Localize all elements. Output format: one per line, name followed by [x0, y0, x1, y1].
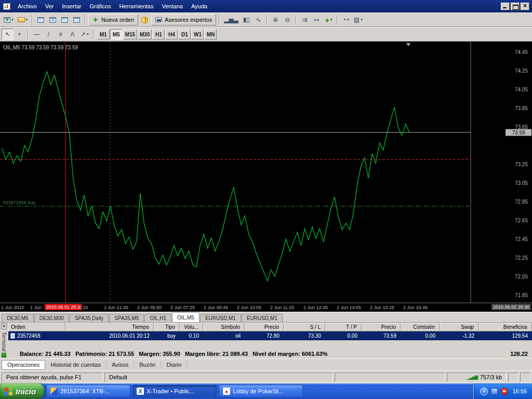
chart-area[interactable]: OIL,M5 73.59 73.59 73.59 73.59 #23572458…	[0, 42, 532, 312]
candlestick-chart-icon: ▮▯	[243, 17, 250, 23]
status-profile[interactable]: Default	[104, 373, 333, 382]
menu-ventana[interactable]: Ventana	[158, 1, 187, 11]
trendline-button[interactable]: /	[43, 29, 55, 40]
terminal-tab-buzon[interactable]: Buzón	[134, 361, 161, 369]
profiles-button[interactable]: ▾	[16, 14, 30, 25]
timeframe-h4-button[interactable]: H4	[165, 29, 178, 39]
new-order-button[interactable]: Nueva orden	[88, 14, 138, 25]
menu-ver[interactable]: Ver	[41, 1, 58, 11]
chart-tab-spa35m5[interactable]: SPA35,M5	[109, 314, 144, 322]
column-header-precio[interactable]: Precio	[245, 323, 284, 331]
column-header-tiempo[interactable]: Tiempo	[65, 323, 154, 331]
fibonacci-button[interactable]: ≡	[55, 29, 66, 40]
column-header-s-l[interactable]: S / L	[284, 323, 325, 331]
chart-shift-button[interactable]: ↦	[311, 14, 323, 25]
timeframe-m1-button[interactable]: M1	[97, 29, 110, 39]
timeframe-m30-button[interactable]: M30	[138, 29, 152, 39]
market-watch-button[interactable]	[35, 14, 47, 25]
timeframe-m5-button[interactable]: M5	[110, 29, 123, 39]
chart-tab-oilm5[interactable]: OIL,M5	[172, 312, 200, 322]
task-button-3[interactable]: ♠Lobby de PokerSt...	[219, 385, 303, 397]
tray-chevron-icon[interactable]	[480, 388, 488, 395]
column-header-volu[interactable]: Volu...	[180, 323, 203, 331]
new-chart-button[interactable]: ▾	[2, 14, 16, 25]
close-button[interactable]	[521, 3, 529, 10]
zoom-out-button[interactable]: ⊖	[282, 14, 294, 25]
column-header-t-p[interactable]: T / P	[325, 323, 362, 331]
time-axis-label: 2 Jun 05:50	[137, 305, 162, 310]
price-axis[interactable]: 74.4574.2574.0573.8573.6573.2573.0572.85…	[472, 42, 532, 303]
orders-table-empty	[8, 340, 532, 349]
price-axis-label: 72.65	[515, 218, 528, 223]
terminal-toggle-button[interactable]	[71, 14, 83, 25]
expert-advisors-button[interactable]: Asesores expertos	[151, 14, 216, 25]
candlestick-chart-button[interactable]: ▮▯	[241, 14, 252, 25]
column-header-comision[interactable]: Comisión	[401, 323, 440, 331]
chart-tab-de30m30[interactable]: DE30,M30	[34, 314, 69, 322]
auto-scroll-button[interactable]: ⇉	[299, 14, 311, 25]
column-header-simbolo[interactable]: Símbolo	[203, 323, 245, 331]
terminal-tab-diario[interactable]: Diario	[161, 361, 187, 369]
column-header-beneficios[interactable]: Beneficios	[478, 323, 532, 331]
start-button[interactable]: Inicio	[0, 383, 44, 399]
menu-graficos[interactable]: Gráficos	[86, 1, 115, 11]
time-axis-label: 2 Jun 11:25	[270, 305, 294, 310]
terminal-tab-operaciones[interactable]: Operaciones	[2, 360, 45, 370]
order-value: 129.54	[512, 333, 528, 339]
periods-button[interactable]: ◔▾	[340, 14, 352, 25]
chart-tab-de30m5[interactable]: DE30,M5	[2, 314, 34, 322]
column-header-orden[interactable]: Orden	[8, 323, 65, 331]
price-axis-label: 72.85	[515, 199, 528, 205]
navigator-button[interactable]	[59, 14, 71, 25]
column-header-tipo[interactable]: Tipo	[154, 323, 180, 331]
chart-tab-eurusdm1[interactable]: EURUSD,M1	[242, 314, 283, 322]
task-button-2[interactable]: XX-Trader • Public...	[132, 385, 217, 397]
orders-table-header[interactable]: OrdenTiempoTipoVolu...SímboloPrecioS / L…	[8, 323, 532, 331]
menu-insertar[interactable]: Insertar	[58, 1, 85, 11]
window-controls	[501, 3, 530, 10]
bar-chart-button[interactable]: ▂▅▃	[222, 14, 241, 25]
cursor-button[interactable]: ↖	[2, 29, 14, 40]
terminal-tab-avisos[interactable]: Avisos	[107, 361, 134, 369]
task-button-1[interactable]: 281537364: XTB-...	[46, 385, 130, 397]
terminal-close-icon[interactable]	[1, 324, 7, 329]
tray-app-icon[interactable]	[491, 388, 498, 395]
toolbar-separator	[267, 15, 268, 25]
profiles-caret-icon: ▾	[26, 18, 28, 22]
indicators-button[interactable]: +▾	[323, 14, 335, 25]
antivirus-tray-icon[interactable]	[501, 388, 508, 395]
timeframe-w1-button[interactable]: W1	[191, 29, 204, 39]
arrows-button[interactable]: ↗▾	[78, 29, 91, 40]
timeframe-mn-button[interactable]: MN	[204, 29, 217, 39]
horizontal-line-button[interactable]: —	[31, 29, 43, 40]
order-row[interactable]: 235724582010.06.01 20:12buy0.10oil72.807…	[8, 331, 532, 340]
crosshair-icon: +	[18, 31, 21, 37]
column-header-precio[interactable]: Precio	[362, 323, 401, 331]
templates-button[interactable]: ▨▾	[352, 14, 365, 25]
chart-tab-oilh1[interactable]: OIL,H1	[144, 314, 171, 322]
line-chart-button[interactable]: ∿	[252, 14, 264, 25]
minimize-button[interactable]	[501, 3, 510, 10]
experts-enable-button[interactable]	[139, 14, 151, 25]
zoom-in-button[interactable]: ⊕	[270, 14, 282, 25]
data-window-button[interactable]	[47, 14, 59, 25]
current-price-box: 73.59	[506, 129, 531, 136]
connection-status-icon	[2, 353, 6, 357]
chart-tab-eurusdm1[interactable]: EURUSD,M1	[200, 314, 241, 322]
chart-tab-spa35daily[interactable]: SPA35,Daily	[70, 314, 109, 322]
menu-archivo[interactable]: Archivo	[14, 1, 41, 11]
timeframe-d1-button[interactable]: D1	[178, 29, 191, 39]
terminal-tab-historial-de-cuentas[interactable]: Historial de cuentas	[45, 361, 107, 369]
terminal-side-label: Terminal	[1, 332, 7, 352]
column-header-swap[interactable]: Swap	[440, 323, 478, 331]
time-axis-label: 0:25	[79, 305, 88, 310]
time-axis[interactable]: 2010.06.01 20:1 2010.06.02 20:30 1 Jun 2…	[0, 303, 532, 312]
menu-herramientas[interactable]: Herramientas	[115, 1, 157, 11]
chart-shift-marker-icon[interactable]	[406, 43, 410, 46]
crosshair-button[interactable]: +	[14, 29, 25, 40]
timeframe-h1-button[interactable]: H1	[152, 29, 165, 39]
menu-ayuda[interactable]: Ayuda	[187, 1, 211, 11]
restore-button[interactable]	[511, 3, 520, 10]
text-tool-button[interactable]: A	[66, 29, 78, 40]
timeframe-m15-button[interactable]: M15	[123, 29, 137, 39]
